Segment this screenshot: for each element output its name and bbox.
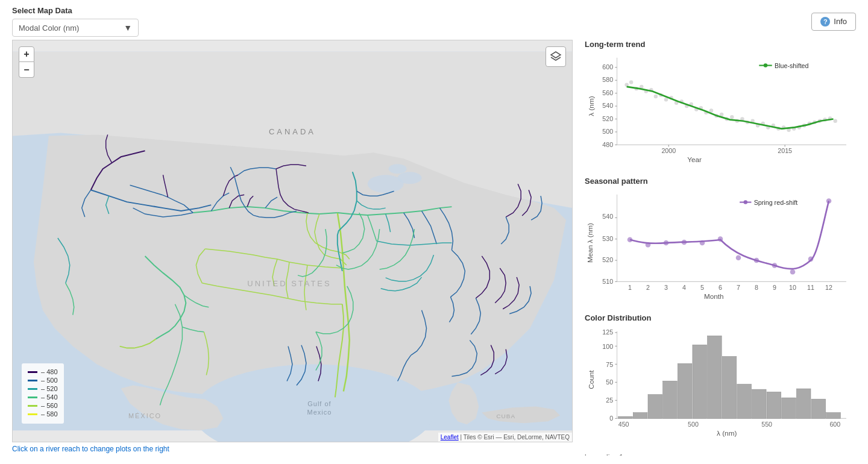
long-term-title: Long-term trend: [585, 40, 856, 49]
legend-label-480: – 480: [41, 368, 58, 375]
svg-rect-140: [811, 400, 826, 419]
seasonal-chart: Seasonal pattern 510 520 530 540: [585, 177, 856, 309]
svg-point-33: [654, 95, 658, 98]
svg-text:Count: Count: [587, 370, 595, 389]
svg-text:1: 1: [628, 284, 632, 291]
svg-text:5: 5: [700, 284, 704, 291]
svg-text:9: 9: [773, 284, 776, 291]
svg-point-105: [790, 269, 796, 275]
long-term-svg: 480 500 520 540 560 580 600 2000: [585, 50, 856, 172]
svg-rect-134: [722, 357, 737, 419]
svg-text:11: 11: [807, 284, 814, 291]
svg-rect-138: [782, 398, 796, 418]
svg-marker-0: [551, 52, 561, 58]
seasonal-title: Seasonal pattern: [585, 177, 856, 186]
svg-text:500: 500: [688, 421, 699, 428]
svg-text:450: 450: [618, 421, 629, 428]
svg-text:2000: 2000: [661, 147, 676, 154]
map-hint: Click on a river reach to change plots o…: [12, 442, 573, 456]
map-section: + −: [12, 40, 573, 456]
us-label: UNITED STATES: [247, 279, 331, 288]
attribution-text: | Tiles © Esri — Esri, DeLorme, NAVTEQ: [461, 434, 570, 440]
svg-text:2: 2: [646, 284, 650, 291]
info-button-label: Info: [834, 17, 847, 26]
legend-label-580: – 580: [41, 410, 58, 418]
info-button[interactable]: ? Info: [811, 13, 856, 31]
long-term-chart: Long-term trend 480 500 520 540 560 580 …: [585, 40, 856, 172]
svg-text:0: 0: [609, 415, 613, 422]
svg-point-70: [764, 63, 767, 67]
svg-text:Month: Month: [704, 292, 724, 300]
canada-label: CANADA: [269, 127, 316, 136]
map-legend: – 480 – 500 – 520 – 540 – 560: [22, 363, 64, 424]
svg-rect-129: [648, 395, 662, 419]
svg-point-5: [389, 164, 407, 174]
chevron-down-icon: ▼: [124, 23, 132, 33]
svg-rect-137: [767, 392, 781, 419]
svg-text:Mexico: Mexico: [307, 409, 332, 416]
svg-rect-132: [693, 345, 707, 419]
map-data-selector: Select Map Data Modal Color (nm) ▼: [12, 6, 139, 37]
legend-color-500: [28, 380, 37, 381]
cuba-label: CUBA: [496, 413, 515, 419]
map-container[interactable]: + −: [12, 40, 573, 442]
svg-text:10: 10: [789, 284, 796, 291]
svg-text:510: 510: [602, 278, 613, 285]
legend-color-580: [28, 413, 37, 415]
svg-text:600: 600: [829, 421, 840, 428]
legend-label-540: – 540: [41, 393, 58, 401]
zoom-out-button[interactable]: −: [19, 62, 34, 78]
svg-point-68: [834, 119, 837, 122]
svg-text:Year: Year: [687, 155, 702, 163]
svg-text:6: 6: [719, 284, 722, 291]
map-svg: CANADA UNITED STATES MÉXICO Gulf of Mexi…: [13, 40, 572, 442]
svg-text:2015: 2015: [778, 147, 792, 154]
svg-text:540: 540: [602, 102, 613, 109]
map-data-dropdown[interactable]: Modal Color (nm) ▼: [12, 19, 139, 37]
dropdown-value: Modal Color (nm): [19, 24, 79, 33]
legend-color-540: [28, 397, 37, 398]
svg-text:540: 540: [602, 213, 613, 221]
map-attribution: Leaflet | Tiles © Esri — Esri, DeLorme, …: [438, 433, 572, 442]
svg-point-35: [664, 98, 668, 101]
svg-rect-130: [663, 381, 678, 419]
svg-point-44: [709, 108, 713, 112]
svg-rect-139: [796, 389, 811, 418]
layer-button[interactable]: [546, 46, 566, 67]
svg-rect-131: [678, 364, 692, 419]
svg-text:75: 75: [606, 361, 613, 368]
color-dist-svg: 0 25 50 75 100 125: [585, 324, 856, 445]
svg-text:λ (nm): λ (nm): [717, 430, 737, 437]
svg-text:7: 7: [737, 284, 740, 291]
legend-color-480: [28, 371, 37, 373]
legend-label-560: – 560: [41, 402, 58, 409]
svg-text:480: 480: [602, 141, 613, 148]
svg-text:580: 580: [602, 76, 613, 83]
svg-rect-133: [708, 336, 722, 419]
svg-rect-141: [826, 413, 841, 419]
legend-color-560: [28, 405, 37, 407]
svg-point-109: [744, 201, 747, 204]
svg-rect-136: [752, 390, 767, 419]
svg-rect-135: [737, 384, 752, 419]
svg-rect-128: [633, 413, 647, 419]
svg-point-28: [629, 80, 633, 84]
svg-text:600: 600: [602, 63, 613, 71]
zoom-in-button[interactable]: +: [19, 46, 34, 62]
legend-color-520: [28, 388, 37, 390]
gulf-label: Gulf of: [307, 400, 331, 407]
color-dist-chart: Color Distribution 0 25 50 75 100 125: [585, 313, 856, 445]
seasonal-svg: 510 520 530 540 1 2 3 4 5 6 7 8: [585, 187, 856, 309]
map-zoom-controls: + −: [19, 46, 34, 78]
svg-text:125: 125: [602, 328, 613, 336]
color-dist-title: Color Distribution: [585, 313, 856, 322]
svg-text:520: 520: [602, 256, 613, 263]
svg-text:3: 3: [664, 284, 668, 291]
svg-point-102: [736, 256, 741, 261]
charts-section: Long-term trend 480 500 520 540 560 580 …: [585, 40, 856, 456]
svg-text:8: 8: [755, 284, 758, 291]
svg-text:25: 25: [606, 397, 613, 404]
leaflet-link[interactable]: Leaflet: [441, 434, 459, 440]
layers-icon: [550, 51, 562, 63]
svg-text:λ (nm): λ (nm): [587, 96, 595, 116]
